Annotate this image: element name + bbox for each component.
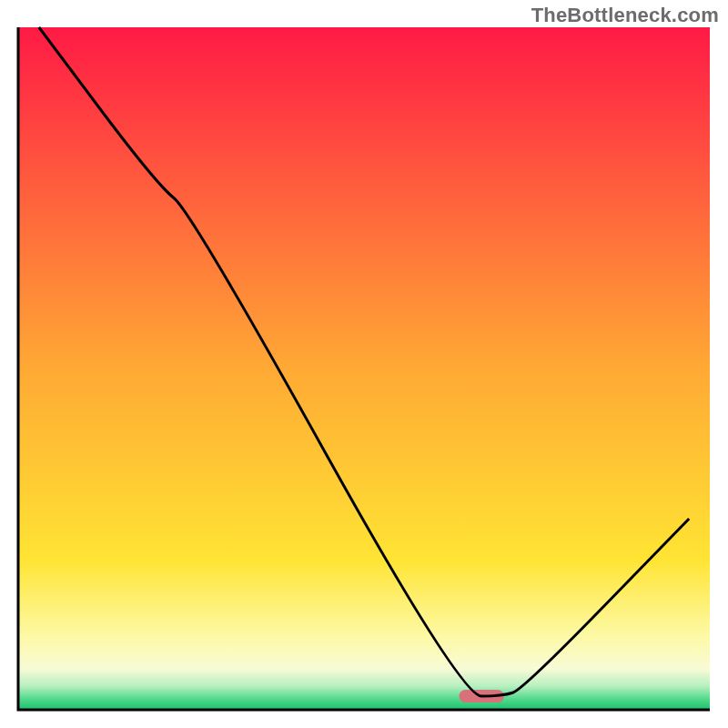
bottleneck-chart [0,0,728,728]
chart-stage: TheBottleneck.com [0,0,728,728]
chart-background [18,27,710,710]
watermark-text: TheBottleneck.com [531,4,719,27]
